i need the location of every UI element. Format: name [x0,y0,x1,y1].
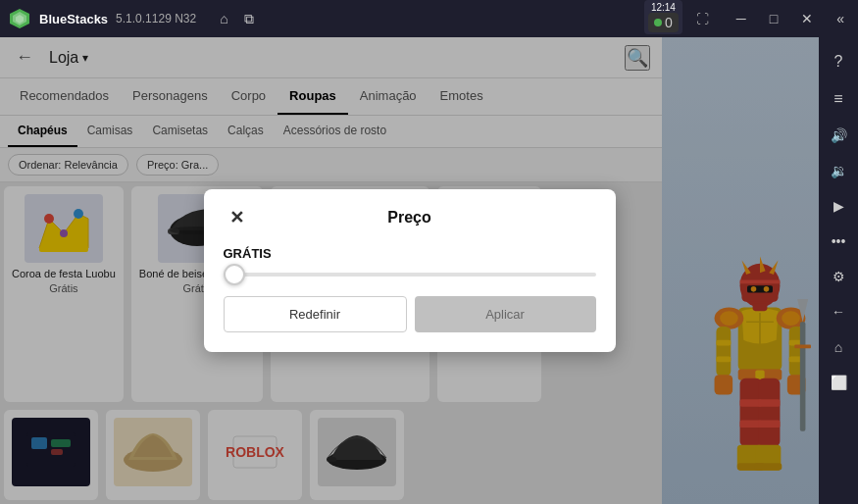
modal-header: ✕ Preço [224,209,596,227]
help-icon[interactable]: ? [827,45,851,78]
time-display: 12:14 0 [644,0,682,34]
notification-dot [654,19,662,26]
window-controls: ─ □ ✕ « [731,9,850,28]
title-bar-right: 12:14 0 ⛶ ─ □ ✕ « [644,0,850,38]
cursor-icon[interactable]: ▶ [826,190,852,222]
app-name: BlueStacks [39,12,108,26]
dots-menu-icon[interactable]: ••• [824,226,854,257]
price-slider-container [224,273,596,277]
home-icon[interactable]: ⌂ [220,11,227,26]
modal-filter-label: GRÁTIS [224,246,596,261]
title-bar: BlueStacks 5.1.0.1129 N32 ⌂ ⧉ 12:14 0 ⛶ … [0,0,858,37]
modal-overlay[interactable]: ✕ Preço GRÁTIS Redefinir Aplicar [0,37,819,504]
bluestacks-logo [8,7,31,30]
minimize-button[interactable]: ─ [731,9,752,28]
notification-badge: 0 [648,13,679,32]
menu-icon[interactable]: ≡ [826,82,850,116]
volume-down-icon[interactable]: 🔉 [823,155,855,186]
maximize-button[interactable]: □ [764,9,783,28]
home-sidebar-icon[interactable]: ⌂ [827,331,850,363]
back-icon[interactable]: ← [824,296,853,328]
sidebar-right: ? ≡ 🔊 🔉 ▶ ••• ⚙ ← ⌂ ⬜ [819,37,858,504]
modal-close-button[interactable]: ✕ [224,204,251,231]
back-nav-button[interactable]: « [831,9,850,28]
modal-title: Preço [387,209,430,227]
reset-button[interactable]: Redefinir [224,296,407,332]
modal-buttons: Redefinir Aplicar [224,296,596,332]
app-version: 5.1.0.1129 N32 [116,12,196,25]
fullscreen-icon[interactable]: ⛶ [696,12,709,26]
copy-icon[interactable]: ⧉ [244,11,254,27]
close-button[interactable]: ✕ [795,9,819,28]
price-filter-modal: ✕ Preço GRÁTIS Redefinir Aplicar [204,189,616,352]
settings-icon[interactable]: ⚙ [825,261,853,292]
slider-thumb[interactable] [224,264,245,285]
notification-count: 0 [665,15,673,30]
time-text: 12:14 [648,2,679,13]
title-bar-nav-icons: ⌂ ⧉ [220,11,253,27]
apply-button[interactable]: Aplicar [415,296,596,332]
price-slider[interactable] [224,273,596,277]
volume-up-icon[interactable]: 🔊 [823,120,855,151]
overview-icon[interactable]: ⬜ [823,367,855,398]
